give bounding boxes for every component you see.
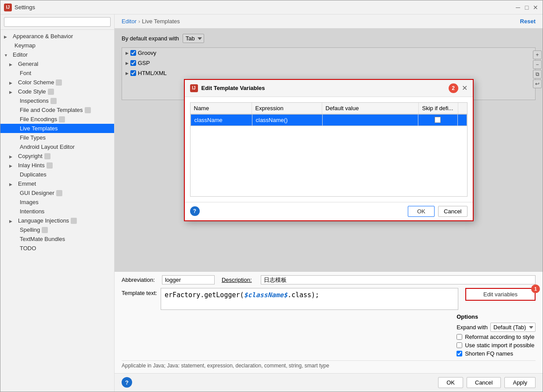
sidebar: Appearance & Behavior Keymap Editor Gene… xyxy=(0,14,115,392)
reformat-row: Reformat according to style xyxy=(457,334,536,340)
close-button[interactable]: ✕ xyxy=(532,4,539,11)
sidebar-item-file-encodings[interactable]: File Encodings xyxy=(0,115,114,124)
reformat-checkbox[interactable] xyxy=(457,334,462,340)
minimize-button[interactable]: ─ xyxy=(514,4,521,11)
ok-button[interactable]: OK xyxy=(438,377,463,388)
shorten-fq-row: Shorten FQ names xyxy=(457,350,536,357)
modal-close-button[interactable]: ✕ xyxy=(462,84,467,92)
main-content: Appearance & Behavior Keymap Editor Gene… xyxy=(0,14,543,392)
sidebar-item-images[interactable]: Images xyxy=(0,198,114,207)
modal-ok-button[interactable]: OK xyxy=(408,206,435,217)
expand-with-select[interactable]: Default (Tab) xyxy=(490,323,536,332)
description-input[interactable] xyxy=(261,275,536,284)
options-spacer xyxy=(122,313,457,359)
badge-icon xyxy=(71,218,77,224)
sidebar-item-label: Duplicates xyxy=(20,171,47,178)
edit-variables-wrapper: Edit variables 1 xyxy=(465,288,536,301)
badge-icon xyxy=(44,153,50,159)
shorten-fq-label: Shorten FQ names xyxy=(465,350,513,357)
edit-variables-button[interactable]: Edit variables xyxy=(465,288,536,301)
default-value-input[interactable] xyxy=(326,117,414,123)
modal-icon: IJ xyxy=(190,84,198,92)
expand-with-row: Expand with Default (Tab) xyxy=(457,323,536,332)
sidebar-item-label: Appearance & Behavior xyxy=(13,33,73,40)
options-section: Options Expand with Default (Tab) Reform… xyxy=(457,313,536,359)
sidebar-item-label: Copyright xyxy=(18,153,43,159)
sidebar-item-font[interactable]: Font xyxy=(0,68,114,78)
modal-body: Name Expression Default value Skip if de… xyxy=(185,97,473,202)
sidebar-item-code-style[interactable]: Code Style xyxy=(0,87,114,96)
cell-expression[interactable] xyxy=(252,115,323,126)
sidebar-item-todo[interactable]: TODO xyxy=(0,244,114,253)
sidebar-item-inspections[interactable]: Inspections xyxy=(0,96,114,105)
modal-cancel-button[interactable]: Cancel xyxy=(438,206,467,217)
sidebar-item-textmate-bundles[interactable]: TextMate Bundles xyxy=(0,234,114,244)
badge-icon xyxy=(50,98,57,104)
shorten-fq-checkbox[interactable] xyxy=(457,351,462,356)
cell-scroll-indicator xyxy=(458,115,467,126)
edit-variables-badge: 1 xyxy=(531,284,540,293)
help-button[interactable]: ? xyxy=(122,377,132,388)
sidebar-item-label: Live Templates xyxy=(20,125,58,132)
col-expression: Expression xyxy=(252,103,322,114)
reset-button[interactable]: Reset xyxy=(520,18,536,25)
abbreviation-input[interactable] xyxy=(162,275,215,284)
sidebar-item-appearance[interactable]: Appearance & Behavior xyxy=(0,32,114,41)
modal-titlebar: IJ Edit Template Variables 2 ✕ xyxy=(185,80,473,97)
apply-button[interactable]: Apply xyxy=(504,377,536,388)
main-body: By default expand with Tab ▶ Groovy ▶ xyxy=(115,29,543,271)
static-import-checkbox[interactable] xyxy=(457,342,462,348)
expand-with-label: Expand with xyxy=(457,324,488,331)
sidebar-item-copyright[interactable]: Copyright xyxy=(0,151,114,161)
expand-icon xyxy=(9,154,16,159)
sidebar-item-file-code-templates[interactable]: File and Code Templates xyxy=(0,105,114,115)
sidebar-item-file-types[interactable]: File Types xyxy=(0,133,114,142)
expand-icon xyxy=(4,52,11,58)
sidebar-tree: Appearance & Behavior Keymap Editor Gene… xyxy=(0,30,114,392)
expression-input[interactable] xyxy=(256,117,319,123)
sidebar-item-android-layout-editor[interactable]: Android Layout Editor xyxy=(0,142,114,151)
window-controls: ─ □ ✕ xyxy=(514,4,539,11)
window-title: Settings xyxy=(14,4,514,11)
sidebar-item-label: Inspections xyxy=(20,97,49,104)
badge-icon xyxy=(56,79,62,86)
sidebar-item-label: Inlay Hints xyxy=(18,162,45,169)
sidebar-item-general[interactable]: General xyxy=(0,59,114,68)
cell-default-value[interactable] xyxy=(323,115,418,126)
col-default-value: Default value xyxy=(322,103,419,114)
template-text-label: Template text: xyxy=(122,288,157,296)
expand-icon xyxy=(4,34,11,39)
template-text-content[interactable]: erFactory.getLogger($className$.class); xyxy=(161,288,458,310)
main-panel: Editor › Live Templates Reset By default… xyxy=(115,14,543,392)
skip-checkbox[interactable] xyxy=(435,117,441,123)
sidebar-item-color-scheme[interactable]: Color Scheme xyxy=(0,78,114,87)
sidebar-item-language-injections[interactable]: Language Injections xyxy=(0,216,114,225)
sidebar-item-emmet[interactable]: Emmet xyxy=(0,179,114,188)
badge-icon xyxy=(42,227,48,233)
sidebar-item-label: File and Code Templates xyxy=(20,107,83,113)
sidebar-item-keymap[interactable]: Keymap xyxy=(0,41,114,50)
sidebar-item-duplicates[interactable]: Duplicates xyxy=(0,170,114,179)
sidebar-item-editor[interactable]: Editor xyxy=(0,50,114,59)
sidebar-item-gui-designer[interactable]: GUI Designer xyxy=(0,188,114,198)
sidebar-item-label: Images xyxy=(20,199,39,205)
search-input[interactable] xyxy=(4,17,111,27)
sidebar-item-label: Font xyxy=(20,70,31,76)
table-empty-space xyxy=(191,126,467,196)
maximize-button[interactable]: □ xyxy=(523,4,530,11)
badge-icon xyxy=(48,89,54,95)
breadcrumb-editor[interactable]: Editor xyxy=(122,18,137,25)
cancel-button[interactable]: Cancel xyxy=(467,377,501,388)
modal-help-button[interactable]: ? xyxy=(190,206,200,216)
sidebar-item-live-templates[interactable]: Live Templates xyxy=(0,124,114,133)
sidebar-item-inlay-hints[interactable]: Inlay Hints xyxy=(0,161,114,170)
options-row: Options Expand with Default (Tab) Reform… xyxy=(122,313,536,359)
main-header: Editor › Live Templates Reset xyxy=(115,14,543,29)
sidebar-item-intentions[interactable]: Intentions xyxy=(0,207,114,216)
sidebar-item-spelling[interactable]: Spelling xyxy=(0,225,114,234)
expand-icon xyxy=(9,89,16,94)
sidebar-item-label: Color Scheme xyxy=(18,79,54,86)
app-icon: IJ xyxy=(4,4,12,11)
footer-buttons: ? OK Cancel Apply xyxy=(115,373,543,392)
sidebar-item-label: Editor xyxy=(13,51,28,58)
